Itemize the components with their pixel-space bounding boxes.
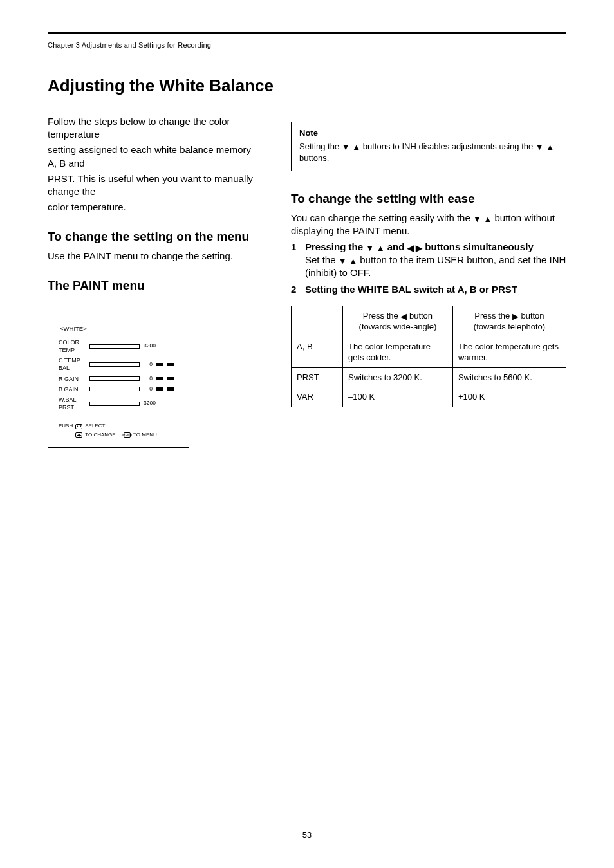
table-cell: PRST: [292, 367, 343, 387]
step-1-line1: Pressing the ▼ ▲ and ◀ ▶ buttons simulta…: [305, 241, 534, 252]
osd-bar: [89, 362, 140, 367]
osd-footer-text: TO CHANGE: [85, 432, 115, 439]
osd-row-value: 0: [144, 375, 153, 382]
table-cell: Switches to 5600 K.: [452, 367, 566, 387]
left-heading-1: To change the setting on the menu: [48, 228, 260, 245]
table-cell: +100 K: [452, 387, 566, 407]
right-intro-para: You can change the setting easily with t…: [291, 212, 566, 238]
intro-line: PRST. This is useful when you want to ma…: [48, 172, 260, 199]
header-rule: [48, 32, 566, 34]
osd-row: W.BAL PRST 3200: [59, 396, 178, 411]
intro-line: Follow the steps below to change the col…: [48, 115, 260, 142]
step-1-line2: Set the ▼ ▲ button to the item USER butt…: [305, 254, 566, 278]
page-title: Adjusting the White Balance: [48, 75, 566, 97]
para-text: You can change the setting easily with t…: [291, 212, 473, 223]
osd-footer-text: SELECT: [85, 423, 105, 430]
table-header-right: Press the ▶ button(towards telephoto): [452, 306, 566, 337]
osd-row-label: C TEMP BAL: [59, 356, 86, 372]
osd-scale: [156, 387, 174, 391]
left-right-arrow-icon: ◀ ▶: [407, 244, 423, 252]
osd-bar: [89, 376, 140, 381]
step-1: 1 Pressing the ▼ ▲ and ◀ ▶ buttons simul…: [291, 241, 566, 280]
osd-bar: [89, 402, 140, 406]
osd-footer-line: PUSH ◀▶ TO CHANGE MENU TO MENU: [59, 432, 178, 439]
table-row: PRST Switches to 3200 K. Switches to 560…: [292, 367, 566, 387]
table-cell: –100 K: [343, 387, 453, 407]
osd-row: B GAIN 0: [59, 385, 178, 393]
note-body: Setting the ▼ ▲ buttons to INH disables …: [299, 141, 558, 163]
osd-row: R GAIN 0: [59, 375, 178, 383]
step-text: Pressing the: [305, 241, 366, 252]
arrow-up-down-icon: ▲▼: [75, 424, 82, 429]
table-cell: The color temperature gets warmer.: [452, 337, 566, 367]
table-row: VAR –100 K +100 K: [292, 387, 566, 407]
left-para-1: Use the PAINT menu to change the setting…: [48, 250, 260, 263]
note-text: buttons to INH disables adjustments usin…: [360, 142, 535, 151]
down-up-arrow-icon: ▼ ▲: [473, 215, 492, 223]
step-text: Set the: [305, 254, 339, 265]
right-arrow-icon: ▶: [512, 312, 519, 320]
table-header-blank: [292, 306, 343, 337]
breadcrumb: Chapter 3 Adjustments and Settings for R…: [48, 41, 566, 50]
osd-bar: [89, 344, 140, 349]
note-box: Note Setting the ▼ ▲ buttons to INH disa…: [291, 122, 566, 171]
osd-row-value: 3200: [144, 342, 153, 349]
osd-row-label: R GAIN: [59, 375, 86, 383]
menu-button-icon: MENU: [124, 432, 131, 438]
left-heading-2: The PAINT menu: [48, 277, 260, 294]
osd-title: <WHITE>: [60, 325, 189, 333]
step-text: and: [385, 241, 407, 252]
osd-scale: [156, 363, 174, 366]
osd-row-value: 0: [144, 361, 153, 368]
page-number: 53: [0, 829, 614, 841]
osd-bar: [89, 387, 140, 391]
table-cell: VAR: [292, 387, 343, 407]
table-cell: The color temperature gets colder.: [343, 337, 453, 367]
step-number: 2: [291, 283, 305, 296]
osd-footer-text: TO MENU: [133, 432, 157, 439]
down-up-arrow-icon: ▼ ▲: [342, 143, 360, 151]
table-header-left: Press the ◀ button(towards wide-angle): [343, 306, 453, 337]
down-up-arrow-icon: ▼ ▲: [339, 257, 357, 265]
down-up-arrow-icon: ▼ ▲: [535, 143, 554, 151]
osd-row-label: W.BAL PRST: [59, 396, 86, 411]
osd-menu-diagram: <WHITE> COLOR TEMP 3200 C TEMP BAL 0: [48, 317, 189, 448]
step-text: buttons simultaneously: [422, 241, 534, 252]
osd-row: COLOR TEMP 3200: [59, 338, 178, 354]
step-number: 1: [291, 241, 305, 280]
down-up-arrow-icon: ▼ ▲: [366, 244, 384, 252]
osd-row-value: 0: [144, 385, 153, 392]
osd-row-label: B GAIN: [59, 385, 86, 393]
right-heading: To change the setting with ease: [291, 190, 566, 207]
note-title: Note: [299, 127, 558, 139]
left-arrow-icon: ◀: [400, 312, 407, 320]
osd-row-value: 3200: [144, 400, 153, 407]
intro-line: color temperature.: [48, 201, 260, 214]
note-text: buttons.: [299, 153, 329, 163]
table-cell: A, B: [292, 337, 343, 367]
table-cell: Switches to 3200 K.: [343, 367, 453, 387]
step-2: 2 Setting the WHITE BAL switch at A, B o…: [291, 283, 566, 296]
osd-footer-line: PUSH ▲▼ SELECT: [59, 423, 178, 430]
table-row: A, B The color temperature gets colder. …: [292, 337, 566, 367]
intro-line: setting assigned to each white balance m…: [48, 143, 260, 170]
intro-paragraph: Follow the steps below to change the col…: [48, 115, 260, 214]
osd-footer-text: PUSH: [59, 423, 73, 430]
osd-scale: [156, 377, 174, 380]
osd-row-label: COLOR TEMP: [59, 338, 86, 354]
adjustment-table: Press the ◀ button(towards wide-angle) P…: [291, 306, 566, 407]
note-text: Setting the: [299, 142, 342, 151]
arrow-left-right-icon: ◀▶: [75, 432, 82, 438]
osd-row: C TEMP BAL 0: [59, 356, 178, 372]
step-2-text: Setting the WHITE BAL switch at A, B or …: [305, 283, 566, 296]
